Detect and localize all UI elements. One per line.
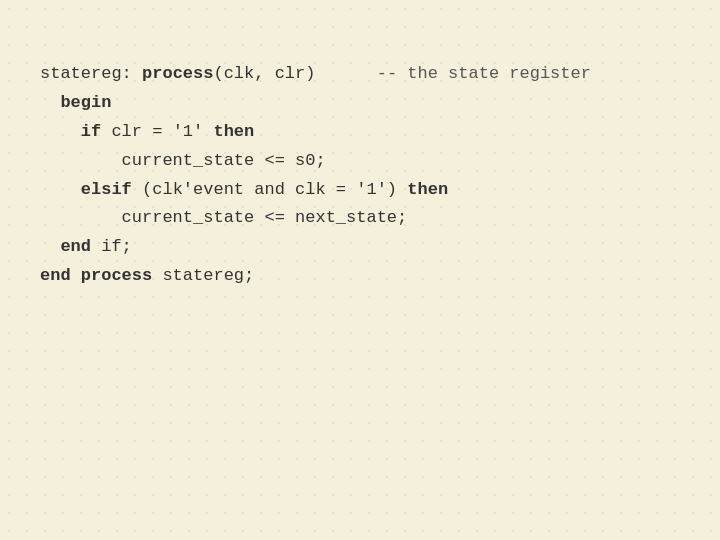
text-statereg-end: statereg; (152, 266, 254, 285)
text-current-state-s0: current_state <= s0; (40, 151, 326, 170)
keyword-elsif: elsif (81, 180, 132, 199)
code-block: statereg: process(clk, clr) -- the state… (40, 60, 591, 291)
keyword-if: if (81, 122, 101, 141)
code-line-8: end process statereg; (40, 262, 591, 291)
code-line-2: begin (40, 89, 591, 118)
comment-state-register: -- the state register (377, 64, 591, 83)
code-line-1: statereg: process(clk, clr) -- the state… (40, 60, 591, 89)
keyword-process: process (142, 64, 213, 83)
text-statereg: statereg: (40, 64, 142, 83)
keyword-begin: begin (60, 93, 111, 112)
text-clk-condition: (clk'event and clk = '1') (132, 180, 407, 199)
keyword-then-1: then (213, 122, 254, 141)
code-line-6: current_state <= next_state; (40, 204, 591, 233)
keyword-then-2: then (407, 180, 448, 199)
text-params: (clk, clr) (213, 64, 376, 83)
code-line-5: elsif (clk'event and clk = '1') then (40, 176, 591, 205)
code-line-7: end if; (40, 233, 591, 262)
text-clr-condition: clr = '1' (101, 122, 213, 141)
keyword-end-process: end process (40, 266, 152, 285)
text-if-semicolon: if; (91, 237, 132, 256)
text-current-state-next: current_state <= next_state; (40, 208, 407, 227)
keyword-end-if: end (60, 237, 91, 256)
code-line-4: current_state <= s0; (40, 147, 591, 176)
code-line-3: if clr = '1' then (40, 118, 591, 147)
